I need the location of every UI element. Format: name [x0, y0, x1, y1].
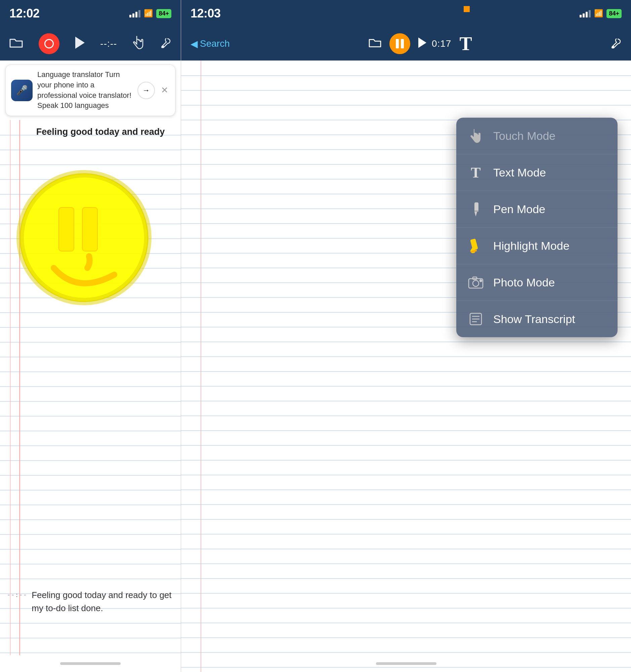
left-status-bar: 12:02 📶 84+	[0, 0, 181, 27]
right-battery-indicator: 84+	[606, 9, 622, 18]
drawing-area	[10, 147, 177, 342]
photo-mode-icon-menu	[467, 274, 484, 291]
pen-mode-icon-menu	[467, 200, 484, 218]
right-phone: 12:03 📶 84+ ◀ Search	[181, 0, 631, 672]
highlight-mode-item[interactable]: Highlight Mode	[456, 227, 617, 264]
left-phone: 12:02 📶 84+ --:--	[0, 0, 181, 672]
text-mode-button[interactable]: T	[459, 34, 472, 53]
svg-rect-5	[59, 208, 74, 251]
right-main: Touch Mode T Text Mode Pen Mode	[181, 61, 631, 672]
show-transcript-label: Show Transcript	[493, 313, 575, 326]
notification-banner: 🎤 Language translator Turn your phone in…	[5, 65, 175, 116]
svg-rect-18	[473, 277, 477, 279]
right-timer: 0:17	[432, 38, 452, 49]
svg-rect-10	[474, 202, 478, 212]
svg-rect-6	[82, 208, 97, 251]
right-time: 12:03	[191, 6, 221, 21]
notif-text: Language translator Turn your phone into…	[37, 70, 133, 111]
svg-marker-0	[75, 37, 85, 49]
transcript-text: Feeling good today and ready to get my t…	[31, 589, 174, 615]
right-signal-icon	[580, 9, 591, 18]
left-notebook: Feeling good today and ready --:-- Feel	[0, 120, 181, 655]
svg-point-9	[612, 46, 614, 48]
left-home-indicator	[0, 655, 181, 672]
left-time: 12:02	[9, 6, 40, 21]
svg-point-19	[480, 280, 482, 282]
play-icon[interactable]	[75, 37, 85, 51]
highlight-mode-icon-menu	[467, 237, 484, 255]
svg-rect-13	[470, 238, 478, 250]
touch-mode-icon[interactable]	[133, 35, 145, 52]
folder-icon[interactable]	[9, 37, 23, 50]
notif-app-icon: 🎤	[11, 80, 32, 101]
notif-arrow-button[interactable]: →	[137, 82, 155, 99]
orange-dot	[464, 6, 470, 12]
svg-point-1	[162, 46, 163, 47]
note-title: Feeling good today and ready	[27, 127, 174, 137]
text-mode-label: Text Mode	[493, 166, 546, 179]
transcript-area: --:-- Feeling good today and ready to ge…	[7, 589, 174, 615]
svg-marker-11	[474, 212, 477, 216]
show-transcript-item[interactable]: Show Transcript	[456, 301, 617, 337]
notif-close-button[interactable]: ✕	[159, 84, 170, 97]
transcript-icon-menu	[467, 310, 484, 328]
svg-point-17	[473, 280, 479, 286]
left-timer: --:--	[100, 38, 117, 49]
touch-mode-icon-menu	[467, 127, 484, 145]
dropdown-arrow	[580, 118, 591, 118]
pen-mode-label: Pen Mode	[493, 203, 545, 216]
wifi-icon: 📶	[144, 9, 153, 18]
back-button[interactable]: ◀ Search	[191, 38, 230, 49]
audio-timestamp: --:--	[7, 591, 27, 599]
touch-mode-item[interactable]: Touch Mode	[456, 118, 617, 154]
svg-rect-12	[474, 211, 478, 212]
touch-mode-label: Touch Mode	[493, 129, 555, 143]
photo-mode-label: Photo Mode	[493, 276, 555, 289]
mode-dropdown-menu: Touch Mode T Text Mode Pen Mode	[456, 118, 617, 337]
right-status-bar: 12:03 📶 84+	[181, 0, 631, 27]
highlight-mode-label: Highlight Mode	[493, 239, 570, 253]
right-wifi-icon: 📶	[594, 9, 603, 18]
right-toolbar: ◀ Search 0:17 T	[181, 27, 631, 61]
signal-icon	[129, 9, 141, 18]
right-home-indicator	[181, 655, 631, 672]
wrench-icon[interactable]	[160, 37, 171, 50]
photo-mode-item[interactable]: Photo Mode	[456, 264, 617, 301]
pen-mode-item[interactable]: Pen Mode	[456, 191, 617, 227]
right-wrench-icon[interactable]	[611, 38, 622, 50]
text-mode-icon-menu: T	[467, 164, 484, 181]
battery-indicator: 84+	[156, 9, 171, 18]
svg-marker-8	[418, 37, 426, 48]
folder-icon-right[interactable]	[369, 38, 381, 50]
smiley-drawing	[10, 147, 171, 342]
text-mode-item[interactable]: T Text Mode	[456, 154, 617, 191]
left-status-icons: 📶 84+	[129, 9, 171, 18]
record-button[interactable]	[39, 33, 59, 54]
pause-button[interactable]	[389, 33, 410, 54]
left-toolbar: --:--	[0, 27, 181, 61]
right-status-icons: 📶 84+	[580, 9, 622, 18]
play-icon-right[interactable]	[418, 37, 426, 50]
